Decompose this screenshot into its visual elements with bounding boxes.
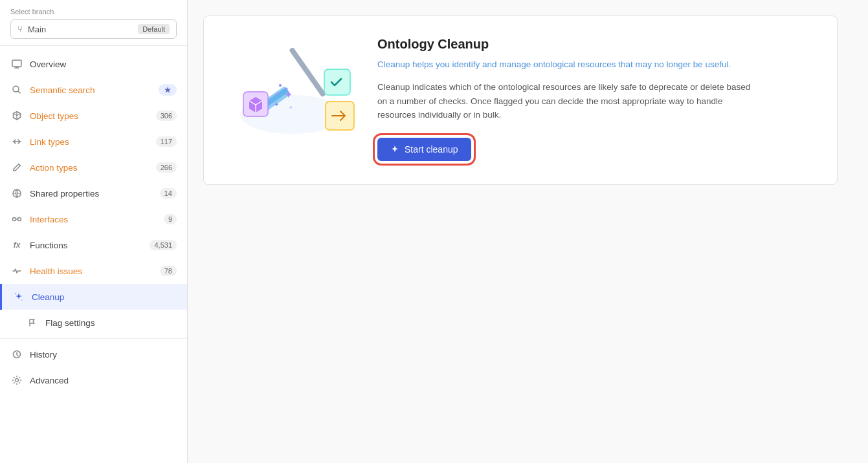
sidebar-item-overview-label: Overview: [30, 59, 177, 69]
svg-point-4: [18, 218, 21, 221]
sidebar-item-advanced-label: Advanced: [30, 376, 177, 385]
svg-point-20: [277, 93, 279, 95]
sidebar-item-link-types-label: Link types: [30, 137, 150, 147]
cleanup-title: Ontology Cleanup: [377, 37, 814, 52]
sidebar: Select branch ⑂ Main Default Overview: [0, 0, 188, 463]
svg-point-6: [21, 299, 22, 300]
svg-rect-10: [289, 47, 326, 97]
svg-point-3: [13, 218, 16, 221]
sidebar-item-cleanup[interactable]: Cleanup: [0, 284, 187, 310]
sidebar-item-flag-settings-label: Flag settings: [45, 318, 177, 328]
shared-properties-badge: 14: [160, 188, 177, 199]
cleanup-card: ✦ ✦ ✦ O: [203, 16, 838, 185]
interface-icon: [10, 213, 23, 226]
functions-badge: 4,531: [150, 240, 177, 250]
svg-rect-0: [12, 60, 21, 67]
cleanup-text: Ontology Cleanup Cleanup helps you ident…: [377, 37, 814, 161]
svg-text:✦: ✦: [274, 101, 279, 108]
search-icon: [10, 83, 23, 96]
globe-icon: [10, 187, 23, 200]
branch-name: Main: [28, 25, 133, 34]
sidebar-item-health-issues[interactable]: Health issues 78: [0, 258, 187, 284]
sidebar-item-interfaces-label: Interfaces: [30, 215, 157, 224]
heartbeat-icon: [10, 264, 23, 277]
sidebar-item-link-types[interactable]: Link types 117: [0, 129, 187, 155]
svg-point-21: [286, 88, 288, 90]
arrows-h-icon: [10, 135, 23, 148]
interfaces-badge: 9: [164, 214, 177, 224]
cleanup-description: Cleanup indicates which of the ontologic…: [377, 80, 753, 122]
cleanup-subtitle: Cleanup helps you identify and manage on…: [377, 58, 814, 71]
gear-icon: [10, 374, 23, 387]
fx-icon: fx: [10, 239, 23, 252]
svg-text:✦: ✦: [284, 89, 293, 100]
nav-divider: [0, 338, 187, 339]
svg-point-5: [15, 293, 16, 294]
start-cleanup-button[interactable]: Start cleanup: [377, 138, 471, 161]
sidebar-item-history[interactable]: History: [0, 341, 187, 367]
cube-icon: [10, 109, 23, 122]
branch-selector: Select branch ⑂ Main Default: [0, 0, 187, 46]
sidebar-item-semantic-search[interactable]: Semantic search: [0, 77, 187, 103]
semantic-search-badge: [159, 84, 177, 96]
branch-button[interactable]: ⑂ Main Default: [10, 19, 177, 39]
nav-list: Overview Semantic search: [0, 46, 187, 463]
sidebar-item-shared-properties-label: Shared properties: [30, 189, 153, 199]
sidebar-item-functions-label: Functions: [30, 241, 143, 250]
sidebar-item-shared-properties[interactable]: Shared properties 14: [0, 180, 187, 206]
sidebar-item-overview[interactable]: Overview: [0, 51, 187, 77]
sidebar-item-history-label: History: [30, 350, 177, 360]
branch-label: Select branch: [10, 8, 177, 16]
sidebar-item-advanced[interactable]: Advanced: [0, 367, 187, 393]
sidebar-item-object-types-label: Object types: [30, 111, 150, 121]
sidebar-item-health-issues-label: Health issues: [30, 266, 153, 276]
monitor-icon: [10, 58, 23, 70]
sidebar-item-cleanup-label: Cleanup: [32, 292, 177, 302]
object-types-badge: 306: [156, 111, 177, 121]
sidebar-item-action-types-label: Action types: [30, 163, 150, 173]
flag-icon: [26, 316, 39, 329]
cleanup-illustration: ✦ ✦ ✦: [227, 37, 357, 140]
sidebar-item-interfaces[interactable]: Interfaces 9: [0, 206, 187, 232]
start-cleanup-label: Start cleanup: [405, 144, 458, 155]
sidebar-item-functions[interactable]: fx Functions 4,531: [0, 232, 187, 258]
action-types-badge: 266: [156, 162, 177, 173]
sparkle-btn-icon: [390, 145, 399, 154]
link-types-badge: 117: [156, 136, 177, 147]
branch-icon: ⑂: [17, 24, 23, 34]
svg-point-19: [279, 84, 282, 87]
branch-default-badge: Default: [138, 24, 170, 34]
svg-point-8: [16, 379, 19, 382]
pencil-icon: [10, 161, 23, 174]
sparkle-icon: [12, 290, 25, 303]
svg-text:✦: ✦: [289, 105, 293, 111]
sidebar-item-object-types[interactable]: Object types 306: [0, 103, 187, 129]
sidebar-item-flag-settings[interactable]: Flag settings: [0, 310, 187, 336]
main-content: ✦ ✦ ✦ O: [188, 0, 868, 463]
history-icon: [10, 348, 23, 361]
sidebar-item-semantic-search-label: Semantic search: [30, 85, 152, 95]
health-issues-badge: 78: [160, 266, 177, 276]
sidebar-item-action-types[interactable]: Action types 266: [0, 155, 187, 180]
